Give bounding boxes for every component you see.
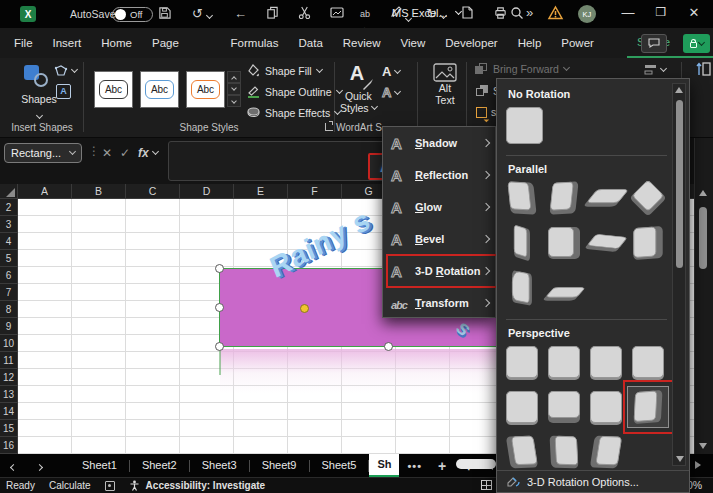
gallery-up-button[interactable] [227, 71, 241, 83]
avatar[interactable]: KJ [578, 5, 596, 23]
column-header-D[interactable]: D [180, 184, 234, 199]
vertical-scrollbar-track[interactable] [694, 138, 713, 454]
shape-style-swatch[interactable]: Abc [186, 71, 225, 108]
close-button[interactable]: ✕ [685, 5, 703, 20]
menu-item-bevel[interactable]: ABevel [383, 223, 495, 255]
tab-help[interactable]: Help [508, 28, 552, 58]
document-title[interactable]: MS Excel... [392, 7, 461, 19]
comments-button[interactable] [641, 34, 667, 53]
column-header-E[interactable]: E [234, 184, 288, 199]
rotation-swatch-tilt-left[interactable] [506, 436, 538, 469]
cancel-entry-icon[interactable]: ✕ [102, 146, 112, 160]
maximize-button[interactable]: ❒ [652, 5, 670, 19]
sheet-tab-sheet1[interactable]: Sheet1 [70, 454, 129, 477]
menu-item-shadow[interactable]: AShadow [383, 127, 495, 159]
tab-home[interactable]: Home [91, 28, 142, 58]
rotation-swatch-front[interactable] [590, 346, 622, 378]
insert-function-button[interactable]: fx [138, 146, 158, 160]
more-commands-icon[interactable]: » [526, 5, 533, 21]
cut-icon[interactable] [298, 6, 311, 19]
row-header-14[interactable]: 14 [0, 403, 18, 420]
rotation-swatch-persp-right-selected[interactable] [633, 390, 662, 424]
tab-formulas[interactable]: Formulas [221, 28, 289, 58]
rotation-swatch-diamond[interactable] [629, 179, 666, 216]
rotation-swatch-front[interactable] [506, 346, 538, 378]
text-outline-button[interactable]: A [382, 85, 400, 100]
prev-sheet-icon[interactable] [0, 460, 26, 472]
row-header-16[interactable]: 16 [0, 437, 18, 454]
scroll-up-icon[interactable] [699, 190, 707, 196]
row-header-5[interactable]: 5 [0, 250, 18, 267]
rotation-swatch-front[interactable] [590, 391, 622, 423]
column-header-F[interactable]: F [288, 184, 342, 199]
rotation-swatch-slim-left[interactable] [514, 224, 530, 261]
select-all-button[interactable] [0, 184, 18, 199]
size-height-icon[interactable] [695, 61, 711, 78]
vertical-scrollbar-thumb[interactable] [699, 207, 707, 269]
more-sheets-icon[interactable]: ••• [399, 460, 430, 472]
tab-insert[interactable]: Insert [43, 28, 92, 58]
macro-record-icon[interactable] [105, 481, 115, 491]
resize-handle[interactable] [215, 342, 224, 351]
horizontal-scrollbar-thumb[interactable] [456, 459, 496, 469]
rotation-swatch-front-large[interactable] [506, 107, 543, 144]
gallery-down-button[interactable] [227, 83, 241, 95]
sheet-tab-sheet2[interactable]: Sheet2 [130, 454, 189, 477]
scroll-up-icon[interactable] [675, 87, 683, 93]
row-header-15[interactable]: 15 [0, 420, 18, 437]
edit-shape-button[interactable] [54, 65, 77, 77]
autosave-toggle[interactable]: Off [112, 7, 153, 22]
row-header-11[interactable]: 11 [0, 352, 18, 369]
quick-styles-button[interactable]: A Quick Styles [340, 62, 377, 114]
rotation-options-button[interactable]: 3-D Rotation Options... [497, 470, 689, 492]
resize-handle[interactable] [215, 303, 224, 312]
copy-icon[interactable] [266, 6, 279, 19]
alt-text-button[interactable]: Alt Text [428, 63, 462, 106]
rotation-swatch-tilt-right[interactable] [590, 436, 622, 469]
sheet-tab-sheet9[interactable]: Sheet9 [250, 454, 309, 477]
selection-pane-fragment[interactable]: s [476, 106, 496, 118]
rotation-swatch-front-b[interactable] [548, 391, 580, 423]
new-document-icon[interactable] [462, 6, 473, 19]
status-accessibility[interactable]: Accessibility: Investigate [146, 480, 266, 491]
column-header-C[interactable]: C [126, 184, 180, 199]
row-header-7[interactable]: 7 [0, 284, 18, 301]
menu-item-glow[interactable]: AGlow [383, 191, 495, 223]
rotation-swatch-round-corner[interactable] [512, 270, 532, 306]
menu-item-3-d-rotation[interactable]: A3-D Rotation [383, 255, 495, 287]
status-calculate[interactable]: Calculate [49, 480, 91, 491]
back-arrow-icon[interactable]: ← [234, 6, 247, 22]
tab-power-pivot[interactable]: Power Pivot [551, 28, 627, 58]
rotation-swatch-tilt-mid[interactable] [550, 436, 579, 469]
tab-review[interactable]: Review [333, 28, 391, 58]
sheet-tab-sheet5[interactable]: Sheet5 [310, 454, 369, 477]
save-icon[interactable] [158, 6, 171, 19]
menu-item-transform[interactable]: abcTransform [383, 287, 495, 319]
rotation-swatch-front[interactable] [632, 346, 664, 378]
rotation-swatch-front[interactable] [548, 346, 580, 378]
share-button[interactable] [683, 34, 710, 53]
row-header-2[interactable]: 2 [0, 199, 18, 216]
rotation-swatch-flat-tilt[interactable] [584, 234, 628, 252]
shape-style-swatch[interactable]: Abc [94, 71, 133, 108]
scroll-down-icon[interactable] [676, 456, 684, 462]
row-header-10[interactable]: 10 [0, 335, 18, 352]
column-header-A[interactable]: A [18, 184, 72, 199]
tab-file[interactable]: File [4, 28, 43, 58]
scroll-down-icon[interactable] [699, 443, 707, 449]
row-header-9[interactable]: 9 [0, 318, 18, 335]
tab-page-layout[interactable]: Page Layout [142, 28, 221, 58]
flyout-scrollbar[interactable] [672, 83, 686, 466]
menu-item-reflection[interactable]: AReflection [383, 159, 495, 191]
tab-view[interactable]: View [391, 28, 436, 58]
resize-handle[interactable] [215, 264, 224, 273]
rotation-swatch-block-right[interactable] [548, 227, 580, 259]
print-icon[interactable] [494, 6, 507, 19]
shape-fill-button[interactable]: Shape Fill [247, 64, 322, 77]
tab-developer[interactable]: Developer [435, 28, 507, 58]
row-header-12[interactable]: 12 [0, 369, 18, 386]
row-header-6[interactable]: 6 [0, 267, 18, 284]
rotation-swatch-slab[interactable] [542, 287, 586, 300]
name-box-resize-handle[interactable]: ⋮ [88, 144, 100, 158]
search-icon[interactable] [510, 6, 524, 20]
